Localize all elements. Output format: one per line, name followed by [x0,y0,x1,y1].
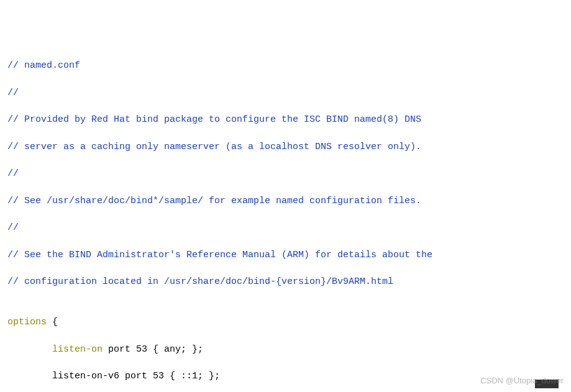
options-line: options { [7,316,564,329]
comment-line: // [7,86,564,100]
listen-on-line: listen-on port 53 { any; }; [7,343,564,357]
comment-line: // See /usr/share/doc/bind*/sample/ for … [7,194,564,208]
listen-on-value: port 53 { any; }; [103,344,203,355]
comment-line: // See the BIND Administrator's Referenc… [7,248,564,262]
watermark-text: CSDN @Utopia_dower [480,375,564,387]
comment-line: // named.conf [7,59,564,73]
comment-line: // server as a caching only nameserver (… [7,140,564,154]
options-keyword: options [7,317,47,327]
comment-line: // [7,221,564,235]
listen-on-keyword: listen-on [7,344,103,355]
comment-line: // Provided by Red Hat bind package to c… [7,113,564,127]
comment-line: // configuration located in /usr/share/d… [7,275,564,289]
comment-line: // [7,167,564,181]
options-brace: { [47,317,58,327]
